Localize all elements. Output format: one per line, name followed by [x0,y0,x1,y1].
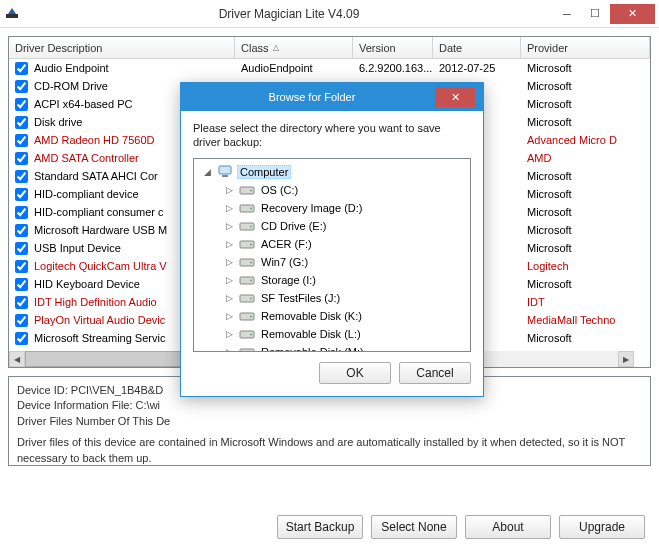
drive-icon [239,183,255,197]
browse-folder-dialog: Browse for Folder ✕ Please select the di… [180,82,484,397]
drive-icon [239,345,255,352]
tree-item-label: Removable Disk (M:) [259,346,366,352]
svg-point-6 [250,207,252,209]
dialog-body: Please select the directory where you wa… [181,111,483,396]
svg-point-8 [250,225,252,227]
tree-item-label: CD Drive (E:) [259,220,328,232]
tree-item[interactable]: ▷SF TestFiles (J:) [196,289,468,307]
drive-icon [239,237,255,251]
drive-icon [239,201,255,215]
tree-item-label: SF TestFiles (J:) [259,292,342,304]
tree-item[interactable]: ▷Storage (I:) [196,271,468,289]
drive-icon [239,273,255,287]
tree-item-label: ACER (F:) [259,238,314,250]
tree-expand-icon[interactable]: ▷ [224,292,235,303]
drive-icon [239,327,255,341]
tree-item[interactable]: ▷OS (C:) [196,181,468,199]
svg-point-14 [250,279,252,281]
dialog-title: Browse for Folder [189,91,435,103]
dialog-close-button[interactable]: ✕ [435,87,475,107]
dialog-buttons: OK Cancel [193,362,471,384]
tree-item[interactable]: ▷Removable Disk (K:) [196,307,468,325]
dialog-message: Please select the directory where you wa… [193,121,471,150]
cancel-button[interactable]: Cancel [399,362,471,384]
svg-point-16 [250,297,252,299]
tree-item-label: Recovery Image (D:) [259,202,364,214]
tree-expand-icon[interactable]: ▷ [224,328,235,339]
tree-item[interactable]: ▷CD Drive (E:) [196,217,468,235]
tree-item[interactable]: ▷Removable Disk (M:) [196,343,468,352]
tree-item[interactable]: ▷ACER (F:) [196,235,468,253]
svg-rect-1 [219,166,231,174]
tree-expand-icon[interactable]: ▷ [224,256,235,267]
svg-point-4 [250,189,252,191]
svg-rect-21 [240,349,254,352]
tree-expand-icon[interactable]: ▷ [224,346,235,352]
tree-item-label: Removable Disk (K:) [259,310,364,322]
tree-item[interactable]: ▷Recovery Image (D:) [196,199,468,217]
tree-item-label: Win7 (G:) [259,256,310,268]
drive-icon [239,291,255,305]
drive-icon [239,219,255,233]
tree-expand-icon[interactable]: ▷ [224,238,235,249]
tree-expand-icon[interactable]: ▷ [224,310,235,321]
svg-point-22 [250,351,252,352]
tree-item-label: Removable Disk (L:) [259,328,363,340]
drive-icon [239,255,255,269]
tree-item[interactable]: ▷Win7 (G:) [196,253,468,271]
tree-expand-icon[interactable]: ▷ [224,184,235,195]
tree-expand-icon[interactable]: ▷ [224,202,235,213]
computer-icon [217,165,233,179]
svg-point-18 [250,315,252,317]
tree-collapse-icon[interactable]: ◢ [202,166,213,177]
tree-root-label: Computer [237,165,291,179]
tree-expand-icon[interactable]: ▷ [224,274,235,285]
dialog-overlay: Browse for Folder ✕ Please select the di… [0,0,659,549]
svg-point-12 [250,261,252,263]
svg-point-10 [250,243,252,245]
dialog-titlebar[interactable]: Browse for Folder ✕ [181,83,483,111]
svg-rect-2 [222,175,228,177]
drive-icon [239,309,255,323]
tree-expand-icon[interactable]: ▷ [224,220,235,231]
svg-point-20 [250,333,252,335]
tree-item-label: Storage (I:) [259,274,318,286]
tree-root[interactable]: ◢Computer [196,163,468,181]
tree-item[interactable]: ▷Removable Disk (L:) [196,325,468,343]
ok-button[interactable]: OK [319,362,391,384]
tree-item-label: OS (C:) [259,184,300,196]
folder-tree[interactable]: ◢Computer▷OS (C:)▷Recovery Image (D:)▷CD… [193,158,471,352]
